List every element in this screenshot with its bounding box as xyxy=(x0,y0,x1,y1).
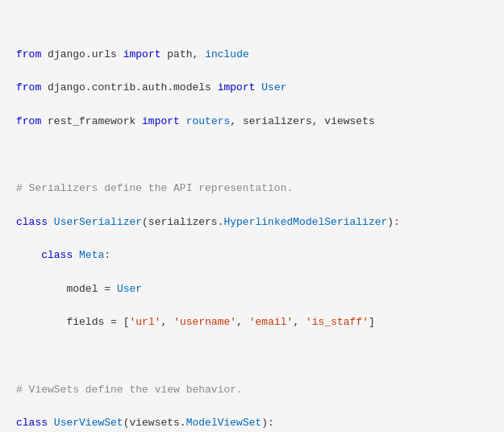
code-line-7: model = User xyxy=(16,281,488,298)
code-line-10: class UserViewSet(viewsets.ModelViewSet)… xyxy=(16,415,488,432)
code-line-8: fields = ['url', 'username', 'email', 'i… xyxy=(16,314,488,331)
code-line-2: from django.contrib.auth.models import U… xyxy=(16,80,488,97)
code-line-5: class UserSerializer(serializers.Hyperli… xyxy=(16,214,488,231)
code-editor: from django.urls import path, include fr… xyxy=(0,0,504,432)
code-line-9: # ViewSets define the view behavior. xyxy=(16,382,488,399)
code-line-6: class Meta: xyxy=(16,247,488,264)
code-blank-1 xyxy=(16,147,488,164)
code-line-4: # Serializers define the API representat… xyxy=(16,181,488,197)
code-line-1: from django.urls import path, include xyxy=(16,47,488,64)
code-blank-2 xyxy=(16,348,488,365)
code-line-3: from rest_framework import routers, seri… xyxy=(16,114,488,131)
